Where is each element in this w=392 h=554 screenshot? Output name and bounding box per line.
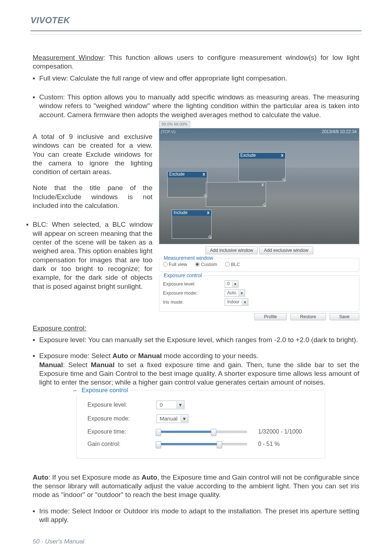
custom-p2: Note that the title pane of the Include/…	[33, 184, 152, 210]
row-exposure-mode: Exposure mode: Auto▾	[163, 290, 355, 297]
auto-mode-paragraph: Auto: If you set Exposure mode as Auto, …	[33, 473, 359, 500]
header-rule-top	[30, 30, 362, 31]
include-window-head[interactable]: Include x	[172, 210, 211, 216]
exposure-mode-label-2: Exposure mode:	[87, 415, 156, 422]
add-inclusive-button[interactable]: Add inclusive window	[205, 246, 258, 254]
exposure-time-readout: 1/32000 - 1/1000	[258, 428, 302, 435]
video-timestamp: 2013/4/8 10:22:34	[322, 129, 357, 135]
chevron-down-icon[interactable]: ▾	[232, 281, 238, 287]
config-screenshot: 99.0% 68.00% (TCP-V) 2013/4/8 10:22:34 E…	[159, 121, 359, 320]
exposure-time-slider[interactable]	[156, 429, 247, 435]
bullet-custom: Custom: This option allows you to manual…	[33, 93, 359, 119]
exclude-window-a[interactable]: Exclude x	[238, 152, 286, 181]
iris-mode-label: Iris mode:	[163, 299, 225, 305]
gain-control-slider[interactable]	[156, 441, 247, 447]
exclude-window-b-title: Exclude	[169, 172, 185, 177]
slider-knob-min[interactable]	[156, 441, 161, 448]
exposure-mode-select-2[interactable]: Manual▾	[156, 414, 188, 423]
measurement-window-title: Measurement Window	[33, 54, 103, 61]
exposure-level-label: Exposure level:	[163, 281, 225, 287]
unnamed-window[interactable]: x	[206, 182, 266, 207]
page: VIVOTEK Measurement Window: This functio…	[0, 0, 392, 554]
exposure-mode-select[interactable]: Auto▾	[225, 290, 245, 297]
measurement-window-section: Measurement window Full view Custom BLC	[159, 258, 359, 272]
exposure-control-legend: Exposure control	[79, 386, 130, 394]
radio-blc[interactable]: BLC	[225, 262, 240, 267]
protocol-label: (TCP-V)	[161, 129, 175, 134]
exposure-level-select[interactable]: 0▾	[225, 280, 238, 288]
resize-handle[interactable]	[282, 178, 286, 181]
page-content: Measurement Window: This function allows…	[0, 41, 392, 524]
header-rule-bottom	[30, 34, 362, 34]
add-exclusive-button[interactable]: Add exclusive window	[259, 246, 313, 254]
add-window-buttons: Add inclusive window Add exclusive windo…	[159, 246, 359, 254]
brand-logo: VIVOTEK	[30, 15, 362, 25]
collapse-icon[interactable]: −	[72, 387, 78, 395]
close-icon[interactable]: x	[280, 153, 285, 158]
page-footer: 50 - User's Manual	[33, 538, 84, 545]
include-window-title: Include	[173, 210, 188, 216]
row-exposure-time: Exposure time: 1/32000 - 1/1000	[87, 428, 316, 435]
bullet-blc: BLC: When selected, a BLC window will ap…	[26, 220, 152, 291]
chevron-down-icon[interactable]: ▾	[180, 415, 188, 422]
chevron-down-icon[interactable]: ▾	[176, 401, 184, 409]
custom-detail-area: A total of 9 inclusive and exclusive win…	[33, 122, 359, 320]
measurement-window-legend: Measurement window	[162, 255, 215, 262]
resize-handle[interactable]	[208, 235, 212, 239]
exposure-control-legend-small: Exposure control	[162, 272, 203, 279]
slider-knob-min[interactable]	[156, 429, 161, 436]
close-icon[interactable]: x	[260, 182, 265, 188]
exclude-window-b[interactable]: Exclude x	[167, 171, 207, 197]
restore-button[interactable]: Restore	[290, 313, 326, 320]
chevron-down-icon[interactable]: ▾	[242, 299, 248, 305]
row-iris-mode: Iris mode: Indoor▾	[163, 299, 355, 306]
row-gain-control: Gain control: 0 - 51 %	[87, 440, 316, 448]
gain-control-readout: 0 - 51 %	[258, 440, 280, 448]
resize-handle[interactable]	[262, 203, 266, 207]
measurement-radio-row: Full view Custom BLC	[163, 261, 355, 268]
row-exposure-level: Exposure level: 0▾	[163, 280, 355, 288]
close-icon[interactable]: x	[206, 210, 211, 216]
radio-icon[interactable]	[225, 262, 230, 267]
radio-icon[interactable]	[195, 262, 200, 267]
save-button[interactable]: Save	[330, 313, 360, 320]
profile-button[interactable]: Profile	[254, 313, 287, 320]
config-button-row: Profile Restore Save	[159, 313, 359, 320]
gain-control-label: Gain control:	[87, 440, 156, 448]
custom-detail-text: A total of 9 inclusive and exclusive win…	[33, 122, 152, 294]
row-exposure-level-2: Exposure level: 0▾	[87, 401, 316, 409]
iris-mode-select[interactable]: Indoor▾	[225, 299, 248, 306]
slider-knob-max[interactable]	[217, 441, 222, 448]
exposure-time-label: Exposure time:	[87, 428, 156, 435]
page-header: VIVOTEK	[0, 0, 392, 41]
radio-icon[interactable]	[163, 262, 168, 267]
custom-p1: A total of 9 inclusive and exclusive win…	[33, 132, 152, 177]
exposure-control-heading: Exposure control:	[33, 324, 359, 333]
exposure-control-panel: − Exposure control Exposure level: 0▾ Ex…	[76, 390, 325, 459]
exposure-level-select-2[interactable]: 0▾	[156, 401, 184, 409]
exclude-window-a-head[interactable]: Exclude x	[239, 153, 285, 159]
radio-custom[interactable]: Custom	[195, 262, 217, 267]
exposure-control-section-small: Exposure control Exposure level: 0▾ Expo…	[159, 275, 359, 312]
measurement-intro: Measurement Window: This function allows…	[33, 53, 359, 71]
slider-fill	[156, 431, 213, 433]
video-viewport[interactable]: (TCP-V) 2013/4/8 10:22:34 Exclude x Excl…	[159, 128, 359, 244]
exposure-mode-label: Exposure mode:	[163, 290, 225, 296]
slider-fill	[156, 443, 218, 445]
bullet-exposure-mode: Exposure mode: Select Auto or Manual mod…	[33, 352, 359, 387]
bullet-iris-mode: Iris mode: Select Indoor or Outdoor iris…	[33, 507, 359, 525]
close-icon[interactable]: x	[201, 172, 206, 177]
exclude-window-b-head[interactable]: Exclude x	[168, 172, 207, 178]
chevron-down-icon[interactable]: ▾	[238, 290, 245, 296]
include-window[interactable]: Include x	[172, 210, 212, 239]
exposure-level-label-2: Exposure level:	[87, 401, 156, 409]
cache-readout: 99.0% 68.00%	[159, 121, 190, 127]
bullet-full-view: Full view: Calculate the full range of v…	[33, 74, 359, 83]
slider-knob-max[interactable]	[211, 429, 216, 436]
bullet-exposure-level: Exposure level: You can manually set the…	[33, 336, 359, 344]
radio-full-view[interactable]: Full view	[163, 262, 187, 267]
row-exposure-mode-2: Exposure mode: Manual▾	[87, 414, 316, 423]
exclude-window-a-title: Exclude	[240, 153, 256, 158]
